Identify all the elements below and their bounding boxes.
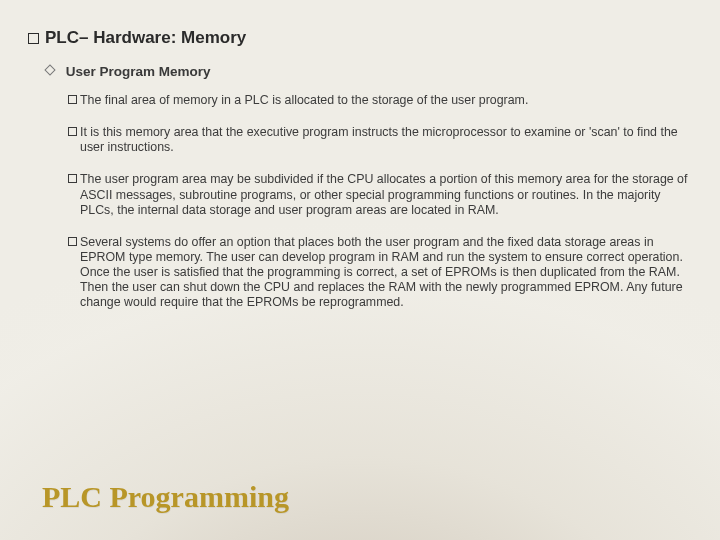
footer-title: PLC Programming (42, 480, 289, 514)
square-bullet-icon (68, 127, 77, 136)
square-bullet-icon (68, 95, 77, 104)
square-bullet-icon (68, 237, 77, 246)
subheading-text: User Program Memory (66, 64, 211, 79)
bullet-text: The final area of memory in a PLC is all… (80, 93, 692, 108)
list-item: The final area of memory in a PLC is all… (68, 93, 692, 108)
slide-subheading: User Program Memory (46, 64, 692, 79)
slide-heading: PLC – Hardware: Memory (28, 28, 692, 48)
slide: PLC – Hardware: Memory User Program Memo… (0, 0, 720, 540)
bullet-text: The user program area may be subdivided … (80, 172, 692, 217)
heading-prefix: PLC (45, 28, 79, 48)
diamond-bullet-icon (44, 64, 55, 75)
square-bullet-icon (28, 33, 39, 44)
bullet-text: Several systems do offer an option that … (80, 235, 692, 311)
list-item: Several systems do offer an option that … (68, 235, 692, 311)
bullet-text: It is this memory area that the executiv… (80, 125, 692, 155)
list-item: The user program area may be subdivided … (68, 172, 692, 217)
list-item: It is this memory area that the executiv… (68, 125, 692, 155)
heading-rest: – Hardware: Memory (79, 28, 246, 48)
square-bullet-icon (68, 174, 77, 183)
bullet-list: The final area of memory in a PLC is all… (68, 93, 692, 310)
